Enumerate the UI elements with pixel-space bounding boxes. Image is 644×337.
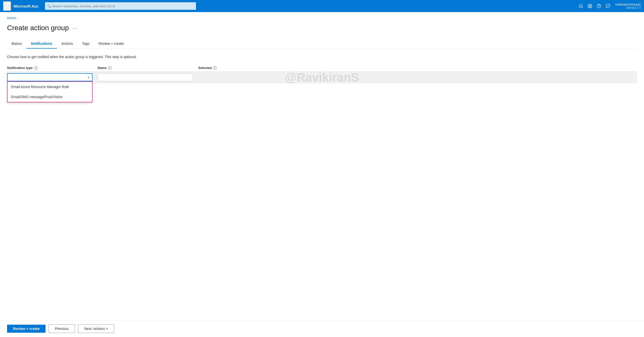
bottom-action-bar: Review + create Previous Next: Actions >: [0, 320, 644, 337]
breadcrumb-home-link[interactable]: Home: [7, 16, 16, 20]
tab-notifications[interactable]: Notifications: [26, 39, 57, 49]
page-title-more-button[interactable]: ···: [72, 25, 78, 31]
notification-type-info-icon[interactable]: i: [34, 66, 38, 70]
tab-actions[interactable]: Actions: [57, 39, 77, 49]
svg-point-0: [589, 6, 591, 7]
col-selected-label: Selected: [198, 66, 212, 70]
tab-tags[interactable]: Tags: [77, 39, 94, 49]
feedback-button[interactable]: [604, 2, 612, 10]
tabs-bar: Basics Notifications Actions Tags Review…: [7, 39, 637, 49]
help-button[interactable]: [595, 2, 603, 10]
col-notification-type-label: Notification type: [7, 66, 33, 70]
hamburger-menu-button[interactable]: ☰: [3, 1, 11, 11]
settings-gear-button[interactable]: [586, 2, 594, 10]
selected-value-display: [198, 73, 637, 81]
main-content: Home › Create action group ··· Basics No…: [0, 12, 644, 337]
notification-type-dropdown-trigger[interactable]: ∨: [7, 73, 93, 81]
dropdown-option-email-arm-role[interactable]: Email Azure Resource Manager Role: [8, 82, 92, 92]
notification-type-dropdown-wrapper: ∨ Email Azure Resource Manager Role Emai…: [7, 73, 93, 81]
notification-name-input[interactable]: [98, 73, 193, 81]
brand-name: Microsoft Azu: [14, 4, 38, 8]
search-input[interactable]: [45, 2, 196, 10]
selected-info-icon[interactable]: i: [213, 66, 217, 70]
col-header-name: Name i: [98, 66, 193, 70]
breadcrumb-separator: ›: [17, 17, 18, 20]
dropdown-option-email-sms[interactable]: Email/SMS message/Push/Voice: [8, 92, 92, 102]
previous-button[interactable]: Previous: [49, 324, 75, 333]
next-actions-button[interactable]: Next: Actions >: [78, 324, 114, 333]
tab-basics[interactable]: Basics: [7, 39, 26, 49]
page-title: Create action group: [7, 24, 69, 32]
user-info[interactable]: ravikiransrinivasulu DEFAULT D: [615, 3, 641, 9]
notification-type-dropdown-menu: Email Azure Resource Manager Role Email/…: [7, 81, 93, 102]
notifications-bell-button[interactable]: [577, 2, 585, 10]
notifications-description: Choose how to get notified when the acti…: [7, 55, 637, 59]
breadcrumb: Home ›: [7, 16, 637, 20]
review-create-button[interactable]: Review + create: [7, 325, 46, 333]
user-name-label: ravikiransrinivasulu: [615, 3, 641, 6]
page-title-row: Create action group ···: [7, 24, 637, 32]
col-name-label: Name: [98, 66, 106, 70]
top-navigation: ☰ Microsoft Azu 🔍 ravikiransrinivasulu D…: [0, 0, 644, 12]
name-info-icon[interactable]: i: [108, 66, 111, 70]
table-header: Notification type i Name i Selected i: [7, 66, 637, 70]
table-row: @RavikiranS ∨ Email Azure Resource Manag…: [7, 71, 637, 83]
col-header-notification-type: Notification type i: [7, 66, 93, 70]
tab-review-create[interactable]: Review + create: [94, 39, 129, 49]
search-wrapper: 🔍: [45, 2, 196, 10]
search-icon: 🔍: [47, 4, 51, 8]
nav-icons-group: ravikiransrinivasulu DEFAULT D: [577, 2, 641, 10]
col-header-selected: Selected i: [198, 66, 217, 70]
user-tenant-label: DEFAULT D: [626, 6, 641, 9]
chevron-down-icon: ∨: [88, 76, 90, 79]
